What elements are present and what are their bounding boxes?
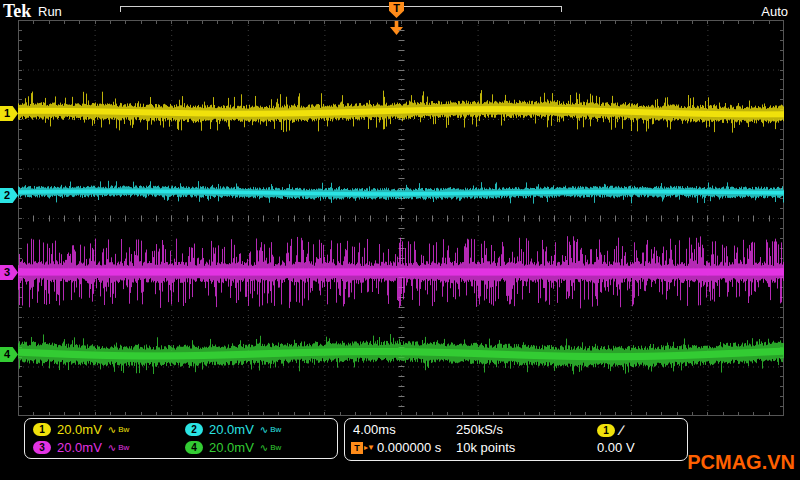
bandwidth-limit-icon: Bw (270, 425, 281, 434)
trigger-slope-icon: ∕ (620, 422, 622, 438)
channel2-ground-marker: 2 (0, 188, 18, 203)
trigger-position-value: 0.000000 s (377, 440, 441, 455)
sample-rate: 250kS/s (456, 422, 503, 437)
timebase-scale: 4.00ms (353, 422, 396, 437)
channel-readout-box: 1 20.0mV ∿Bw 2 20.0mV ∿Bw 3 20.0mV ∿Bw 4… (24, 418, 338, 459)
ac-coupling-icon: ∿ (108, 424, 116, 435)
trigger-t-icon: T (351, 442, 363, 454)
record-view-bar (120, 6, 562, 12)
ac-coupling-icon: ∿ (108, 442, 116, 453)
channel1-badge: 1 (33, 423, 51, 436)
bandwidth-limit-icon: Bw (118, 425, 129, 434)
channel4-scale: 20.0mV (209, 440, 254, 455)
acquisition-status: Run (38, 4, 62, 19)
trigger-arrows-icon: ▸▼ (364, 443, 374, 452)
tek-logo: Tek (3, 1, 31, 22)
trigger-source-badge: 1 (597, 424, 615, 437)
channel1-readout: 1 20.0mV ∿Bw (29, 422, 181, 437)
bandwidth-limit-icon: Bw (270, 443, 281, 452)
channel3-scale: 20.0mV (57, 440, 102, 455)
ac-coupling-icon: ∿ (260, 424, 268, 435)
bandwidth-limit-icon: Bw (118, 443, 129, 452)
channel4-ground-marker: 4 (0, 347, 18, 362)
trigger-position-flag-icon: T (389, 2, 404, 18)
trigger-position-readout: T ▸▼ 0.000000 s (351, 440, 441, 455)
horizontal-trigger-readout-box: 4.00ms 250kS/s 10k points T ▸▼ 0.000000 … (344, 418, 688, 461)
trigger-mode-status: Auto (761, 4, 788, 19)
channel4-readout: 4 20.0mV ∿Bw (181, 440, 333, 455)
trigger-level: 0.00 V (597, 440, 635, 455)
channel2-badge: 2 (185, 423, 203, 436)
record-length: 10k points (456, 440, 515, 455)
channel2-readout: 2 20.0mV ∿Bw (181, 422, 333, 437)
oscilloscope-screen: Tek Run Auto T 1 2 3 4 1 20.0mV ∿Bw 2 20… (0, 0, 800, 480)
graticule-canvas (18, 20, 784, 416)
channel3-badge: 3 (33, 441, 51, 454)
channel1-coupling-icons: ∿Bw (108, 424, 130, 435)
channel3-ground-marker: 3 (0, 265, 18, 280)
channel3-readout: 3 20.0mV ∿Bw (29, 440, 181, 455)
channel1-scale: 20.0mV (57, 422, 102, 437)
channel2-scale: 20.0mV (209, 422, 254, 437)
channel3-coupling-icons: ∿Bw (108, 442, 130, 453)
channel4-badge: 4 (185, 441, 203, 454)
channel2-coupling-icons: ∿Bw (260, 424, 282, 435)
channel4-coupling-icons: ∿Bw (260, 442, 282, 453)
channel1-ground-marker: 1 (0, 106, 18, 121)
watermark: PCMAG.VN (687, 451, 795, 474)
trigger-source-readout: 1 ∕ (597, 422, 622, 438)
ac-coupling-icon: ∿ (260, 442, 268, 453)
